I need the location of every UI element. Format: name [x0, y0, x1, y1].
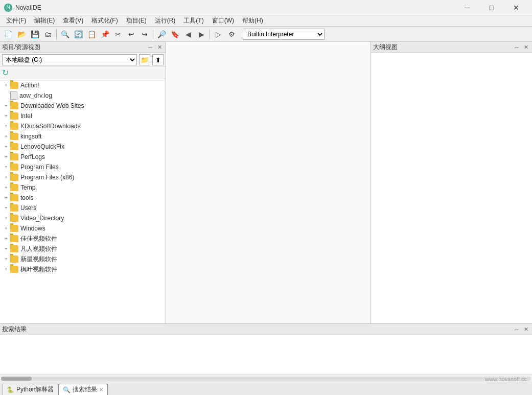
tree-item-label: PerfLogs: [20, 153, 45, 160]
tree-item[interactable]: + 佳佳视频软件: [0, 234, 166, 244]
tree-item[interactable]: + Users: [0, 203, 166, 213]
right-panel-title: 大纲视图: [373, 43, 398, 52]
expander-icon: +: [2, 265, 10, 273]
tree-item[interactable]: + KDubaSoftDownloads: [0, 121, 166, 131]
tab-bar: 🐍 Python解释器 🔍 搜索结果 ✕: [0, 382, 532, 395]
menu-view[interactable]: 查看(V): [59, 15, 87, 26]
expander-icon: +: [2, 204, 10, 212]
tab-close-button[interactable]: ✕: [99, 387, 103, 392]
folder-icon: [10, 102, 18, 109]
tree-item[interactable]: + PerfLogs: [0, 152, 166, 162]
folder-icon: [10, 255, 18, 263]
drive-select[interactable]: 本地磁盘 (C:): [2, 54, 137, 65]
expander-icon: +: [2, 245, 10, 253]
tree-item-label: Downloaded Web Sites: [20, 102, 84, 109]
next-button[interactable]: ▶: [195, 28, 207, 40]
paste-button[interactable]: 📌: [99, 28, 111, 40]
prev-button[interactable]: ◀: [182, 28, 194, 40]
drive-up-button[interactable]: ⬆: [152, 54, 164, 65]
tree-item[interactable]: + Downloaded Web Sites: [0, 101, 166, 111]
tree-item[interactable]: + Program Files (x86): [0, 172, 166, 182]
expander-icon: +: [2, 255, 10, 263]
search-icon-btn[interactable]: 🔎: [155, 28, 168, 40]
save-button[interactable]: 💾: [29, 28, 41, 40]
find-button[interactable]: 🔍: [59, 28, 71, 40]
tree-item[interactable]: + tools: [0, 193, 166, 203]
bottom-panel-minimize[interactable]: ─: [513, 326, 521, 334]
tree-item[interactable]: + kingsoft: [0, 131, 166, 142]
folder-icon: [10, 82, 18, 89]
expander-icon: +: [2, 183, 10, 192]
horizontal-scrollbar[interactable]: [0, 375, 532, 382]
file-tree[interactable]: + Action! aow_drv.log + Downloaded Web S…: [0, 79, 166, 323]
tree-item[interactable]: + 新星视频软件: [0, 254, 166, 264]
right-panel-close[interactable]: ✕: [522, 43, 530, 52]
tree-item[interactable]: + Intel: [0, 111, 166, 121]
expander-icon: +: [2, 235, 10, 243]
minimize-button[interactable]: ─: [455, 0, 479, 15]
python-icon: 🐍: [7, 386, 14, 393]
tree-item[interactable]: + Video_Directory: [0, 213, 166, 223]
right-panel-header: 大纲视图 ─ ✕: [371, 42, 532, 53]
tree-item[interactable]: + LenovoQuickFix: [0, 142, 166, 152]
close-button[interactable]: ✕: [504, 0, 528, 15]
folder-icon: [10, 215, 18, 222]
bottom-panel-close[interactable]: ✕: [522, 326, 530, 334]
refresh-icon: ↻: [2, 68, 9, 78]
folder-icon: [10, 245, 18, 252]
maximize-button[interactable]: □: [480, 0, 503, 15]
debug-button[interactable]: ⚙: [225, 28, 238, 40]
separator-1: [56, 29, 57, 39]
menu-format[interactable]: 格式化(F): [87, 15, 122, 26]
expander-icon: +: [2, 163, 10, 171]
tab-search-label: 搜索结果: [73, 385, 97, 394]
menu-file[interactable]: 文件(F): [2, 15, 30, 26]
tree-item-label: KDubaSoftDownloads: [20, 123, 80, 130]
tab-python-interpreter[interactable]: 🐍 Python解释器: [2, 384, 58, 395]
tree-item[interactable]: + 凡人视频软件: [0, 244, 166, 254]
redo-button[interactable]: ↪: [138, 28, 151, 40]
editor-panel: [166, 42, 371, 323]
tree-item[interactable]: + Program Files: [0, 162, 166, 172]
run-button[interactable]: ▷: [212, 28, 224, 40]
expander-icon: [2, 91, 10, 100]
tree-item-label: Intel: [20, 112, 32, 120]
menu-edit[interactable]: 编辑(E): [30, 15, 59, 26]
cut-button[interactable]: ✂: [112, 28, 124, 40]
main-layout: 项目/资源视图 ─ ✕ 本地磁盘 (C:) 📁 ⬆ ↻ + Actio: [0, 42, 532, 395]
folder-icon: [10, 143, 18, 150]
drive-nav-button[interactable]: 📁: [139, 54, 150, 65]
expander-icon: +: [2, 173, 10, 181]
tree-item-label: Video_Directory: [20, 215, 64, 222]
right-panel-controls: ─ ✕: [513, 43, 530, 52]
left-panel-close[interactable]: ✕: [155, 43, 164, 52]
new-file-button[interactable]: 📄: [2, 28, 14, 40]
tree-item[interactable]: aow_drv.log: [0, 90, 166, 101]
tree-item[interactable]: + Temp: [0, 182, 166, 193]
open-file-button[interactable]: 📂: [15, 28, 28, 40]
left-panel-minimize[interactable]: ─: [146, 43, 154, 52]
save-all-button[interactable]: 🗂: [42, 28, 54, 40]
tree-item-label: Windows: [20, 225, 45, 232]
tree-item[interactable]: + Action!: [0, 80, 166, 90]
menu-project[interactable]: 项目(E): [122, 15, 151, 26]
menu-run[interactable]: 运行(R): [151, 15, 180, 26]
tree-item-label: 枫叶视频软件: [20, 265, 57, 274]
undo-button[interactable]: ↩: [125, 28, 137, 40]
tree-item[interactable]: + Windows: [0, 223, 166, 234]
separator-2: [153, 29, 153, 39]
drive-selector: 本地磁盘 (C:) 📁 ⬆: [0, 53, 166, 67]
bookmark-button[interactable]: 🔖: [169, 28, 181, 40]
menu-help[interactable]: 帮助(H): [238, 15, 267, 26]
scroll-thumb[interactable]: [1, 377, 32, 381]
tab-search-results[interactable]: 🔍 搜索结果 ✕: [58, 384, 108, 395]
folder-icon: [10, 123, 18, 130]
menu-tools[interactable]: 工具(T): [179, 15, 207, 26]
copy-button[interactable]: 📋: [85, 28, 98, 40]
menu-window[interactable]: 窗口(W): [208, 15, 238, 26]
replace-button[interactable]: 🔄: [72, 28, 84, 40]
interpreter-select[interactable]: Builtin Interpreter: [243, 29, 325, 40]
expander-icon: +: [2, 122, 10, 130]
tree-item[interactable]: + 枫叶视频软件: [0, 264, 166, 274]
right-panel-minimize[interactable]: ─: [513, 43, 521, 52]
